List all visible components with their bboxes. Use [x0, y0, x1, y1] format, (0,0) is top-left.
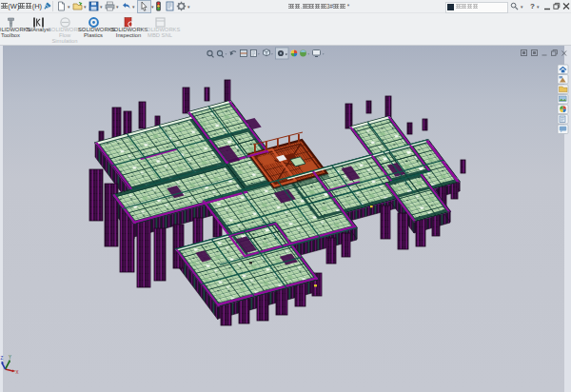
view-orientation-icon[interactable] — [264, 49, 273, 56]
appearances-tab-icon[interactable] — [558, 105, 568, 114]
reference-triad: X Y Z — [0, 355, 18, 374]
view-palette-tab-icon[interactable] — [558, 95, 568, 105]
design-library-tab-icon[interactable] — [558, 75, 568, 85]
headsup-toolbar — [207, 48, 325, 59]
hide-show-items-icon[interactable] — [276, 48, 289, 59]
annotation-views-icon[interactable] — [251, 50, 260, 57]
viewport-overlay: X Y Z — [0, 0, 571, 392]
triad-x-label: X — [16, 370, 19, 375]
apply-scene-icon[interactable] — [300, 50, 309, 57]
zoom-to-fit-icon[interactable] — [207, 50, 214, 57]
doc-prev-icon[interactable] — [522, 50, 527, 56]
edit-appearance-icon[interactable] — [291, 50, 298, 57]
triad-z-label: Z — [0, 356, 3, 361]
section-view-icon[interactable] — [241, 50, 247, 57]
doc-next-icon[interactable] — [532, 50, 538, 56]
previous-view-icon[interactable] — [230, 51, 236, 55]
resources-tab-icon[interactable] — [558, 65, 568, 74]
custom-properties-tab-icon[interactable] — [558, 115, 568, 125]
triad-y-label: Y — [9, 355, 11, 360]
document-window-buttons — [522, 50, 567, 56]
forum-tab-icon[interactable] — [558, 125, 568, 134]
model-3d[interactable] — [73, 63, 497, 325]
task-pane-tabs — [558, 65, 568, 134]
doc-close-icon[interactable] — [562, 51, 567, 56]
view-settings-icon[interactable] — [313, 50, 325, 57]
file-explorer-tab-icon[interactable] — [558, 85, 568, 94]
solidworks-window: (W) (H) ▾ ▾ ▾ ▾ ▾ — [0, 0, 571, 392]
zoom-to-area-icon[interactable] — [217, 50, 226, 57]
doc-restore-icon[interactable] — [552, 50, 558, 56]
